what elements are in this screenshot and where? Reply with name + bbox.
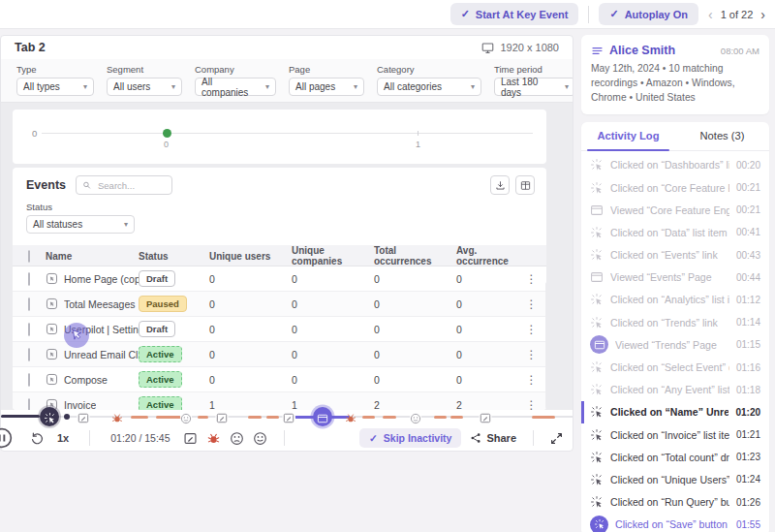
row-menu-kebab-icon[interactable]: ⋮ — [516, 272, 546, 286]
row-checkbox[interactable] — [28, 348, 30, 361]
row-menu-kebab-icon[interactable]: ⋮ — [516, 348, 546, 361]
activity-time: 01:12 — [736, 295, 760, 305]
filter-label: Category — [377, 64, 481, 75]
download-button[interactable] — [490, 175, 510, 195]
smile-reaction-button[interactable] — [253, 431, 267, 446]
activity-log-item[interactable]: Clicked on “Any Event” list item 01:18 — [581, 379, 769, 401]
row-checkbox[interactable] — [28, 323, 30, 336]
start-at-key-event-button[interactable]: ✓ Start At Key Event — [450, 3, 579, 25]
table-row[interactable]: Home Page (copy) Draft 0 0 0 0 ⋮ — [13, 266, 546, 292]
event-dot[interactable] — [64, 414, 70, 420]
activity-log-item[interactable]: Clicked on “Core Feature Engagem... 00:2… — [581, 176, 769, 199]
fullscreen-icon[interactable] — [550, 432, 563, 445]
activity-log-item[interactable]: Clicked on “Events” link 00:43 — [581, 244, 769, 266]
select-all-checkbox[interactable] — [28, 250, 30, 263]
activity-log-item[interactable]: Clicked on “Trends” link 01:14 — [581, 311, 769, 333]
activity-log-item[interactable]: Clicked on “Save” button 01:55 — [581, 514, 769, 532]
sentiment-marker-icon[interactable] — [410, 411, 421, 422]
activity-label: Clicked on “Analytics” list item — [610, 294, 729, 305]
activity-label: Clicked on “Any Event” list item — [610, 384, 729, 395]
bug-marker-icon[interactable] — [345, 411, 357, 423]
bug-marker-icon[interactable] — [111, 411, 124, 423]
filter-dropdown[interactable]: All pages ▾ — [289, 78, 364, 96]
table-row[interactable]: Total Meesages Paused 0 0 0 0 ⋮ — [13, 292, 546, 317]
columns-button[interactable] — [515, 175, 535, 195]
col-status[interactable]: Status — [139, 251, 209, 262]
caret-down-icon: ▾ — [265, 82, 269, 91]
activity-log-item[interactable]: Clicked on “Select Event” dropdown 01:16 — [581, 356, 769, 378]
activity-time: 01:24 — [736, 474, 760, 485]
activity-log-item[interactable]: Clicked on “Run Query” button 01:26 — [581, 491, 769, 514]
col-unique-companies[interactable]: Unique companies — [292, 245, 374, 266]
activity-log-item[interactable]: Clicked on “Unique Users” list item 01:2… — [581, 468, 769, 490]
recording-pagination: ‹ 1 of 22 › — [708, 7, 765, 22]
sentiment-marker-icon[interactable] — [180, 411, 192, 422]
filter-dropdown[interactable]: All users ▾ — [107, 78, 182, 96]
row-menu-kebab-icon[interactable]: ⋮ — [516, 398, 546, 411]
row-checkbox[interactable] — [28, 398, 30, 411]
sidebar-tab[interactable]: Notes (3) — [675, 122, 769, 150]
note-marker-icon[interactable] — [216, 411, 229, 423]
event-name: Compose — [64, 374, 108, 386]
filter-label: Page — [289, 64, 364, 75]
col-unique-users[interactable]: Unique users — [209, 251, 292, 262]
replay-10-icon[interactable] — [30, 431, 45, 446]
report-bug-button[interactable] — [206, 431, 221, 446]
filter-dropdown[interactable]: All companies ▾ — [195, 78, 276, 96]
note-marker-icon[interactable] — [283, 411, 295, 423]
note-marker-icon[interactable] — [78, 411, 90, 423]
playback-speed-button[interactable]: 1x — [57, 432, 69, 444]
activity-log-item[interactable]: Clicked on “Name” Unread Email C... 01:2… — [581, 401, 769, 423]
row-checkbox[interactable] — [28, 373, 30, 387]
chevron-left-icon[interactable]: ‹ — [708, 7, 713, 22]
activity-log-item[interactable]: Viewed “Trends” Page 01:15 — [581, 333, 769, 356]
activity-log-item[interactable]: Clicked on “Invoice” list item 01:21 — [581, 423, 769, 446]
playback-controls: 1x 01:20 / 15:45 ✓ Skip Inactivity Share — [1, 423, 573, 453]
status-dropdown[interactable]: All statuses ▾ — [26, 215, 135, 234]
chart-data-point[interactable] — [163, 129, 171, 138]
row-checkbox[interactable] — [28, 272, 30, 286]
user-name[interactable]: Alice Smith — [609, 44, 675, 57]
table-row[interactable]: Invoice Active 1 1 2 2 ⋮ — [13, 392, 546, 410]
controls-divider — [284, 430, 285, 446]
share-icon — [470, 432, 481, 444]
events-search-box[interactable] — [76, 175, 172, 195]
activity-log-item[interactable]: Clicked on “Analytics” list item 01:12 — [581, 289, 769, 311]
sidebar-tab[interactable]: Activity Log — [581, 122, 675, 150]
filter-dropdown[interactable]: All categories ▾ — [377, 78, 481, 96]
frown-reaction-button[interactable] — [230, 431, 244, 446]
click-icon — [590, 360, 604, 374]
row-checkbox[interactable] — [28, 297, 30, 311]
col-name[interactable]: Name — [46, 251, 139, 262]
autoplay-label: Autoplay On — [625, 9, 688, 20]
row-menu-kebab-icon[interactable]: ⋮ — [516, 373, 546, 387]
row-menu-kebab-icon[interactable]: ⋮ — [516, 297, 546, 311]
activity-log-item[interactable]: Clicked on “Total count” dropdown 01:23 — [581, 446, 769, 468]
activity-log-item[interactable]: Clicked on “Data” list item 00:41 — [581, 221, 769, 243]
user-card[interactable]: Alice Smith 08:00 AM May 12th, 2024 • 10… — [581, 35, 769, 114]
autoplay-toggle-button[interactable]: ✓ Autoplay On — [599, 3, 698, 25]
table-row[interactable]: Compose Active 0 0 0 0 ⋮ — [13, 367, 546, 392]
click-icon — [590, 405, 604, 419]
search-input[interactable] — [96, 179, 166, 192]
activity-log-item[interactable]: Clicked on “Dashboards” list item 00:20 — [581, 154, 769, 176]
row-menu-kebab-icon[interactable]: ⋮ — [516, 323, 546, 336]
share-button[interactable]: Share — [470, 432, 516, 444]
activity-log-item[interactable]: Viewed “Events” Page 00:44 — [581, 266, 769, 289]
table-row[interactable]: Unread Email Click Active 0 0 0 0 ⋮ — [13, 342, 546, 367]
filter-dropdown[interactable]: All types ▾ — [16, 78, 94, 96]
unique-companies-value: 1 — [292, 399, 374, 411]
filter-dropdown[interactable]: Last 180 days ▾ — [494, 78, 573, 96]
col-avg-occurrence[interactable]: Avg. occurrence — [456, 245, 516, 266]
col-total-occurrences[interactable]: Total occurrences — [374, 245, 456, 266]
pause-button[interactable] — [0, 427, 13, 449]
table-row[interactable]: Userpilot | Settings Draft 0 0 0 0 ⋮ — [13, 317, 546, 342]
chevron-right-icon[interactable]: › — [760, 7, 765, 22]
activity-log-item[interactable]: Viewed “Core Feature Engagment” 00:21 — [581, 199, 769, 221]
add-note-button[interactable] — [183, 431, 198, 446]
playback-timeline[interactable] — [1, 410, 573, 423]
skip-inactivity-toggle[interactable]: ✓ Skip Inactivity — [359, 428, 461, 448]
event-icon — [46, 323, 58, 335]
note-marker-icon[interactable] — [480, 411, 492, 423]
activity-time: 00:44 — [736, 272, 760, 283]
